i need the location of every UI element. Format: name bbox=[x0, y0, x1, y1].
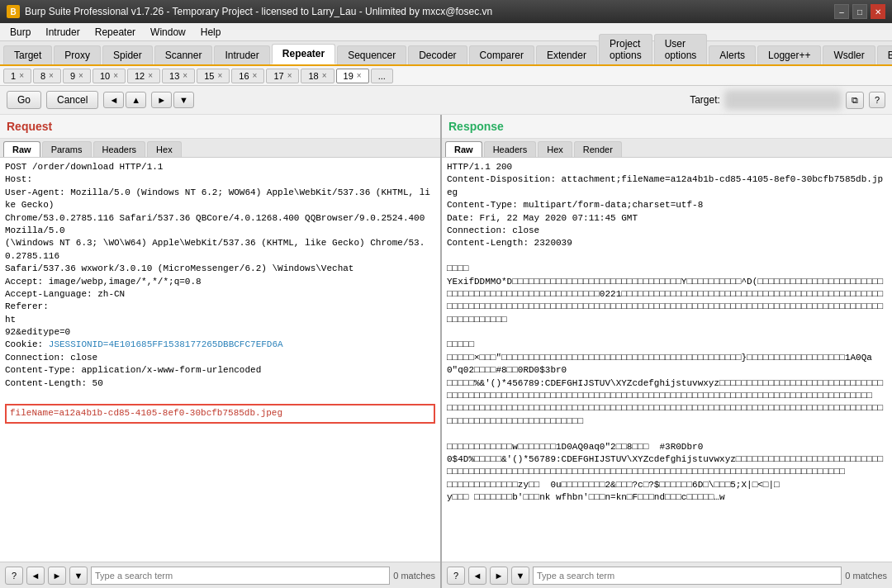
menu-item-burp[interactable]: Burp bbox=[3, 25, 37, 40]
tab-close-icon[interactable]: × bbox=[19, 71, 24, 80]
num-tab-13[interactable]: 13 × bbox=[162, 69, 195, 83]
num-tab-8[interactable]: 8 × bbox=[33, 69, 61, 83]
highlighted-request-line: fileName=a12a4b1b-cd85-4105-8ef0-30bcfb7… bbox=[5, 404, 435, 423]
tab-close-icon[interactable]: × bbox=[148, 71, 153, 80]
main-tab-proxy[interactable]: Proxy bbox=[54, 45, 101, 64]
tab-response-headers[interactable]: Headers bbox=[484, 141, 537, 157]
request-match-count: 0 matches bbox=[393, 571, 435, 581]
menu-item-window[interactable]: Window bbox=[144, 25, 192, 40]
main-tab-project-options[interactable]: Project options bbox=[599, 34, 652, 64]
menu-item-help[interactable]: Help bbox=[194, 25, 228, 40]
tab-close-icon[interactable]: × bbox=[49, 71, 54, 80]
main-tab-target[interactable]: Target bbox=[3, 45, 52, 64]
copy-target-button[interactable]: ⧉ bbox=[846, 92, 864, 109]
titlebar-title: Burp Suite Professional v1.7.26 - Tempor… bbox=[25, 6, 492, 17]
response-content[interactable]: HTTP/1.1 200 Content-Disposition: attach… bbox=[442, 158, 892, 562]
num-tab-10[interactable]: 10 × bbox=[93, 69, 126, 83]
target-label: Target: bbox=[690, 94, 720, 106]
tab-close-icon[interactable]: × bbox=[287, 71, 292, 80]
response-pane: Response Raw Headers Hex Render HTTP/1.1… bbox=[442, 115, 892, 588]
titlebar-controls[interactable]: – □ ✕ bbox=[834, 4, 885, 19]
tab-close-icon[interactable]: × bbox=[113, 71, 118, 80]
number-tabs: 1 ×8 ×9 ×10 ×12 ×13 ×15 ×16 ×17 ×18 ×19 … bbox=[0, 66, 892, 86]
tab-close-icon[interactable]: × bbox=[357, 71, 362, 80]
toolbar: Go Cancel ◄ ▲ ► ▼ Target: ⧉ ? bbox=[0, 86, 892, 115]
request-search-prev[interactable]: ◄ bbox=[26, 567, 45, 585]
go-button[interactable]: Go bbox=[7, 91, 41, 109]
main-tab-decoder[interactable]: Decoder bbox=[408, 45, 467, 64]
response-search-bar: ? ◄ ► ▼ 0 matches bbox=[442, 562, 892, 588]
main-tabs: TargetProxySpiderScannerIntruderRepeater… bbox=[0, 41, 892, 66]
menu-item-intruder[interactable]: Intruder bbox=[39, 25, 86, 40]
main-tab-sequencer[interactable]: Sequencer bbox=[337, 45, 406, 64]
request-search-bar: ? ◄ ► ▼ 0 matches bbox=[0, 562, 440, 588]
request-search-next[interactable]: ► bbox=[48, 567, 66, 585]
forward-button[interactable]: ► bbox=[151, 92, 172, 108]
main-tab-burpjslinkfinder[interactable]: BurpJSLinkFinder bbox=[877, 45, 892, 64]
response-search-prev[interactable]: ◄ bbox=[468, 567, 486, 585]
main-tab-logger++[interactable]: Logger++ bbox=[757, 45, 821, 64]
response-match-count: 0 matches bbox=[845, 571, 887, 581]
app-logo: B bbox=[7, 5, 20, 18]
response-header: Response bbox=[442, 115, 892, 139]
minimize-button[interactable]: – bbox=[834, 4, 849, 19]
main-tab-spider[interactable]: Spider bbox=[102, 45, 153, 64]
menu-item-repeater[interactable]: Repeater bbox=[88, 25, 142, 40]
menubar: BurpIntruderRepeaterWindowHelp bbox=[0, 23, 892, 41]
tab-close-icon[interactable]: × bbox=[253, 71, 258, 80]
tab-request-params[interactable]: Params bbox=[42, 141, 92, 157]
tab-close-icon[interactable]: × bbox=[183, 71, 187, 80]
num-tab-12[interactable]: 12 × bbox=[127, 69, 160, 83]
content-area: Go Cancel ◄ ▲ ► ▼ Target: ⧉ ? Request Ra… bbox=[0, 86, 892, 588]
main-tab-scanner[interactable]: Scanner bbox=[154, 45, 213, 64]
target-value bbox=[725, 91, 841, 109]
target-area: Target: ⧉ ? bbox=[690, 91, 885, 109]
response-search-help[interactable]: ? bbox=[447, 567, 465, 585]
tab-response-render[interactable]: Render bbox=[574, 141, 622, 157]
tab-request-hex[interactable]: Hex bbox=[147, 141, 182, 157]
request-content[interactable]: POST /order/download HTTP/1.1 Host: User… bbox=[0, 158, 440, 562]
help-button[interactable]: ? bbox=[869, 92, 885, 108]
request-tabs: Raw Params Headers Hex bbox=[0, 139, 440, 158]
main-tab-alerts[interactable]: Alerts bbox=[709, 45, 756, 64]
tab-response-raw[interactable]: Raw bbox=[445, 141, 482, 157]
main-tab-wsdler[interactable]: Wsdler bbox=[823, 45, 875, 64]
response-search-input[interactable] bbox=[533, 567, 842, 585]
response-search-options[interactable]: ▼ bbox=[511, 567, 529, 585]
cancel-button[interactable]: Cancel bbox=[46, 91, 98, 109]
main-tab-comparer[interactable]: Comparer bbox=[469, 45, 534, 64]
tab-request-headers[interactable]: Headers bbox=[93, 141, 146, 157]
num-tab-16[interactable]: 16 × bbox=[231, 69, 264, 83]
main-tab-repeater[interactable]: Repeater bbox=[272, 44, 335, 64]
down-button[interactable]: ▼ bbox=[173, 92, 194, 108]
tab-close-icon[interactable]: × bbox=[78, 71, 83, 80]
main-tab-user-options[interactable]: User options bbox=[654, 34, 708, 64]
main-tab-extender[interactable]: Extender bbox=[536, 45, 597, 64]
num-tab-19[interactable]: 19 × bbox=[336, 69, 369, 83]
num-tab-9[interactable]: 9 × bbox=[63, 69, 91, 83]
tab-close-icon[interactable]: × bbox=[217, 71, 222, 80]
num-tab-...[interactable]: ... bbox=[371, 69, 393, 83]
num-tab-1[interactable]: 1 × bbox=[3, 69, 31, 83]
back-button[interactable]: ◄ bbox=[103, 92, 124, 108]
response-tabs: Raw Headers Hex Render bbox=[442, 139, 892, 158]
tab-request-raw[interactable]: Raw bbox=[3, 141, 40, 157]
titlebar: B Burp Suite Professional v1.7.26 - Temp… bbox=[0, 0, 892, 23]
titlebar-left: B Burp Suite Professional v1.7.26 - Temp… bbox=[7, 5, 492, 18]
num-tab-15[interactable]: 15 × bbox=[197, 69, 230, 83]
close-button[interactable]: ✕ bbox=[871, 4, 885, 19]
num-tab-17[interactable]: 17 × bbox=[266, 69, 299, 83]
tab-close-icon[interactable]: × bbox=[322, 71, 327, 80]
request-header: Request bbox=[0, 115, 440, 139]
up-button[interactable]: ▲ bbox=[126, 92, 146, 108]
main-tab-intruder[interactable]: Intruder bbox=[214, 45, 269, 64]
request-search-options[interactable]: ▼ bbox=[69, 567, 88, 585]
num-tab-18[interactable]: 18 × bbox=[301, 69, 334, 83]
request-search-help[interactable]: ? bbox=[5, 567, 23, 585]
response-search-next[interactable]: ► bbox=[490, 567, 508, 585]
request-search-input[interactable] bbox=[91, 567, 390, 585]
maximize-button[interactable]: □ bbox=[852, 4, 867, 19]
split-pane: Request Raw Params Headers Hex POST /ord… bbox=[0, 115, 892, 588]
request-pane: Request Raw Params Headers Hex POST /ord… bbox=[0, 115, 442, 588]
tab-response-hex[interactable]: Hex bbox=[538, 141, 572, 157]
